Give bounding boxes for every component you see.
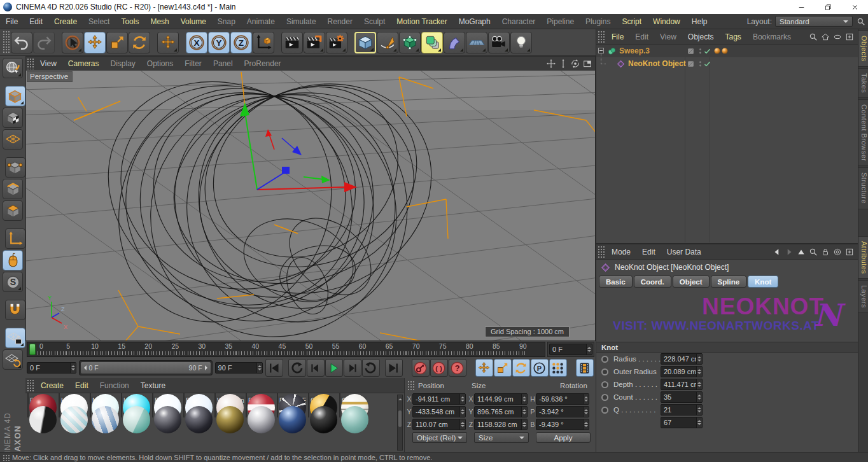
object-row-sweep[interactable]: Sweep.3: [596, 45, 858, 57]
x-axis-lock-button[interactable]: [186, 32, 207, 53]
magnet-tool-button[interactable]: [5, 300, 25, 320]
keyframe-circle[interactable]: [601, 356, 608, 363]
tab-structure[interactable]: Structure: [858, 167, 868, 209]
stepper[interactable]: [583, 407, 589, 417]
vp-menu-display[interactable]: Display: [104, 56, 141, 71]
menu-plugins[interactable]: Plugins: [580, 14, 616, 29]
menu-script[interactable]: Script: [616, 14, 647, 29]
om-menu-tags[interactable]: Tags: [720, 29, 747, 45]
menu-tools[interactable]: Tools: [115, 14, 144, 29]
play-button[interactable]: [325, 359, 343, 377]
menu-character[interactable]: Character: [496, 14, 542, 29]
param-field[interactable]: 411.471 cm: [661, 379, 703, 390]
add-panel-icon[interactable]: [845, 32, 854, 41]
record-rotation-toggle[interactable]: [512, 359, 530, 377]
stepper[interactable]: [586, 344, 592, 354]
polygons-mode-button[interactable]: [3, 200, 23, 221]
layer-toggle-icon[interactable]: [687, 60, 695, 68]
layout-dropdown[interactable]: Standard: [775, 16, 853, 27]
mat-menu-function[interactable]: Function: [94, 378, 135, 393]
material-scrollbar[interactable]: [397, 395, 403, 451]
mat-menu-texture[interactable]: Texture: [135, 378, 171, 393]
apply-button[interactable]: Apply: [536, 432, 591, 443]
lock-icon[interactable]: [821, 248, 830, 256]
stepper[interactable]: [696, 379, 702, 389]
rotation-field[interactable]: -9.439 °: [536, 419, 589, 430]
z-axis-lock-button[interactable]: [230, 32, 252, 53]
menu-volume[interactable]: Volume: [175, 14, 212, 29]
preview-range-slider[interactable]: 0 F90 F: [79, 360, 213, 375]
record-position-toggle[interactable]: [475, 359, 493, 377]
record-parameter-toggle[interactable]: [531, 359, 549, 377]
am-menu-edit[interactable]: Edit: [636, 244, 661, 260]
material-french-f[interactable]: French F: [277, 394, 307, 405]
position-field[interactable]: 110.07 cm: [412, 419, 466, 430]
history-back-icon[interactable]: [773, 248, 781, 256]
generators-button[interactable]: [421, 32, 443, 53]
live-selection-button[interactable]: [62, 32, 83, 53]
viewport-pan-icon[interactable]: [546, 59, 556, 69]
viewport-rotate-icon[interactable]: [570, 59, 580, 69]
om-menu-bookmarks[interactable]: Bookmarks: [747, 29, 797, 45]
y-axis-lock-button[interactable]: [208, 32, 230, 53]
add-panel-icon[interactable]: [845, 248, 854, 256]
menu-pipeline[interactable]: Pipeline: [541, 14, 580, 29]
close-button[interactable]: [841, 0, 868, 14]
coords-drag-handle[interactable]: [407, 381, 414, 391]
om-menu-edit[interactable]: Edit: [629, 29, 654, 45]
atab-spline[interactable]: Spline: [711, 276, 747, 288]
previous-key-button[interactable]: [288, 359, 306, 377]
menu-mograph[interactable]: MoGraph: [453, 14, 496, 29]
viewport-canvas[interactable]: YZX Perspective Grid Spacing : 1000 cm: [26, 71, 595, 340]
stepper[interactable]: [696, 392, 702, 402]
material-circuit-l[interactable]: Circuit L: [339, 394, 370, 405]
stepper[interactable]: [459, 394, 465, 404]
material-drag-handle[interactable]: [27, 379, 34, 391]
restore-button[interactable]: [815, 0, 841, 14]
stepper[interactable]: [696, 405, 702, 415]
stepper[interactable]: [696, 354, 702, 364]
material-light-br[interactable]: Light Br: [59, 394, 89, 405]
viewport-drag-handle[interactable]: [27, 58, 34, 69]
stepper[interactable]: [256, 363, 262, 373]
vp-menu-options[interactable]: Options: [141, 56, 179, 71]
record-scale-toggle[interactable]: [494, 359, 512, 377]
enable-check-icon[interactable]: [703, 47, 711, 55]
search-icon[interactable]: [809, 248, 818, 256]
light-button[interactable]: [510, 32, 532, 53]
make-editable-button[interactable]: [3, 58, 23, 78]
neoknot-object-icon[interactable]: [616, 59, 626, 69]
menu-sculpt[interactable]: Sculpt: [358, 14, 391, 29]
menu-motion-tracker[interactable]: Motion Tracker: [391, 14, 452, 29]
stepper[interactable]: [459, 419, 465, 430]
atab-knot[interactable]: Knot: [748, 276, 778, 288]
am-drag-handle[interactable]: [598, 246, 605, 258]
param-field[interactable]: 21: [661, 404, 703, 416]
minimize-button[interactable]: [788, 0, 815, 14]
viewport-maximize-icon[interactable]: [582, 59, 592, 69]
current-frame-spinner[interactable]: 0 F: [547, 342, 594, 357]
keyframe-circle[interactable]: [601, 407, 608, 414]
menu-select[interactable]: Select: [83, 14, 115, 29]
menu-edit[interactable]: Edit: [24, 14, 48, 29]
edges-mode-button[interactable]: [3, 179, 23, 199]
add-primitive-button[interactable]: [354, 32, 376, 53]
tab-takes[interactable]: Takes: [858, 68, 868, 98]
param-field[interactable]: 20.089 cm: [661, 366, 703, 377]
model-mode-button[interactable]: [5, 86, 25, 106]
rotation-field[interactable]: -3.942 °: [536, 406, 589, 417]
tag-icon[interactable]: [721, 47, 729, 55]
keyframe-circle[interactable]: [601, 368, 608, 375]
enable-axis-button[interactable]: [5, 228, 25, 249]
timeline-track[interactable]: 051015202530354045505560657075808590: [27, 342, 545, 357]
menu-create[interactable]: Create: [48, 14, 83, 29]
render-picture-viewer-button[interactable]: [304, 32, 325, 53]
menu-mesh[interactable]: Mesh: [144, 14, 174, 29]
material-curby[interactable]: Curby: [308, 394, 339, 405]
move-button[interactable]: [84, 32, 106, 53]
size-mode-dropdown[interactable]: Size: [474, 432, 529, 443]
tab-objects[interactable]: Objects: [858, 31, 868, 67]
am-menu-userdata[interactable]: User Data: [661, 244, 707, 260]
om-drag-handle[interactable]: [598, 31, 605, 43]
search-icon[interactable]: [857, 17, 865, 26]
